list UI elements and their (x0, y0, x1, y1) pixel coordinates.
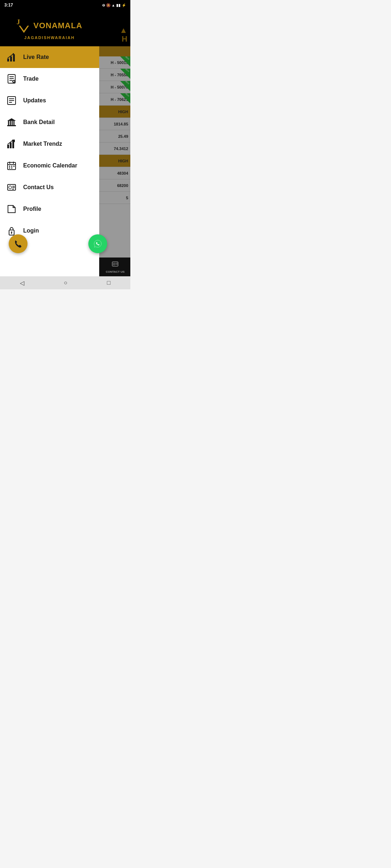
menu-label-live-rate: Live Rate (23, 54, 49, 60)
market-trendz-icon (6, 138, 17, 150)
svg-marker-1 (19, 26, 29, 33)
profile-icon (6, 203, 17, 215)
svg-rect-23 (7, 145, 9, 148)
phone-fab[interactable] (9, 234, 28, 253)
logo-container: J VONAMALA JAGADISHWARAIAH (17, 17, 82, 40)
home-button[interactable]: ○ (64, 280, 67, 286)
economic-calendar-icon (6, 160, 17, 171)
menu-item-market-trendz[interactable]: Market Trendz (0, 133, 99, 155)
bank-icon (6, 116, 17, 128)
wifi-icon: ▲ (112, 3, 115, 7)
brand-logo-svg: J (17, 17, 31, 33)
svg-rect-33 (9, 167, 10, 169)
status-icons: ⊖ 🔕 ▲ ▮▮ ⚡ (102, 3, 126, 7)
menu-item-trade[interactable]: Trade (0, 68, 99, 90)
logo-icon: J (17, 17, 31, 35)
live-rate-icon (6, 51, 17, 63)
drawer-header: J VONAMALA JAGADISHWARAIAH (0, 10, 99, 46)
android-nav-bar: ◁ ○ □ (0, 276, 130, 289)
menu-label-bank-detail: Bank Detail (23, 119, 55, 125)
phone-icon (13, 239, 23, 248)
svg-rect-18 (8, 121, 9, 125)
svg-point-41 (11, 231, 12, 233)
svg-rect-31 (11, 166, 12, 167)
menu-label-market-trendz: Market Trendz (23, 141, 62, 147)
menu-label-contact-us: Contact Us (23, 184, 54, 191)
status-time: 3:17 (4, 3, 13, 8)
recent-button[interactable]: □ (107, 280, 111, 286)
menu-label-updates: Updates (23, 97, 46, 104)
battery-icon: ⚡ (122, 3, 126, 7)
menu-label-profile: Profile (23, 206, 41, 212)
signal-icon: ▮▮ (116, 3, 121, 7)
trade-icon (6, 73, 17, 85)
svg-rect-34 (11, 167, 12, 169)
svg-rect-20 (12, 121, 13, 125)
svg-rect-25 (12, 140, 14, 148)
svg-rect-24 (10, 142, 12, 148)
menu-item-live-rate[interactable]: Live Rate (0, 46, 99, 68)
back-button[interactable]: ◁ (20, 280, 24, 286)
svg-rect-3 (10, 56, 12, 61)
svg-rect-19 (10, 121, 11, 125)
menu-item-bank-detail[interactable]: Bank Detail (0, 111, 99, 133)
svg-rect-22 (7, 125, 16, 126)
menu-label-economic-calendar: Economic Calendar (23, 162, 77, 169)
mute-icon: 🔕 (106, 3, 110, 7)
logo-brand-name: VONAMALA (33, 21, 82, 30)
svg-marker-17 (7, 118, 16, 121)
svg-rect-2 (7, 59, 9, 61)
do-not-disturb-icon: ⊖ (102, 3, 105, 7)
menu-label-login: Login (23, 227, 39, 234)
drawer-menu: Live Rate Trade (0, 46, 99, 289)
status-bar: 3:17 ⊖ 🔕 ▲ ▮▮ ⚡ (0, 0, 130, 10)
logo-text: J VONAMALA (17, 17, 82, 35)
svg-rect-4 (13, 54, 15, 61)
svg-text:J: J (17, 18, 20, 26)
whatsapp-icon (93, 239, 103, 249)
svg-point-5 (13, 53, 14, 55)
menu-item-contact-us[interactable]: Contact Us (0, 176, 99, 198)
logo-subtitle: JAGADISHWARAIAH (24, 35, 75, 40)
contact-us-icon (6, 182, 17, 193)
menu-item-profile[interactable]: Profile (0, 198, 99, 220)
menu-item-updates[interactable]: Updates (0, 90, 99, 111)
svg-rect-30 (9, 166, 10, 167)
updates-icon (6, 95, 17, 106)
menu-item-economic-calendar[interactable]: Economic Calendar (0, 155, 99, 176)
svg-point-36 (9, 186, 12, 189)
whatsapp-fab[interactable] (88, 234, 107, 253)
svg-rect-21 (13, 121, 14, 125)
app-container: ▲H lcome to von... H - 50015 BUY H - 705… (0, 10, 130, 289)
svg-rect-32 (13, 166, 14, 167)
menu-label-trade: Trade (23, 76, 39, 82)
